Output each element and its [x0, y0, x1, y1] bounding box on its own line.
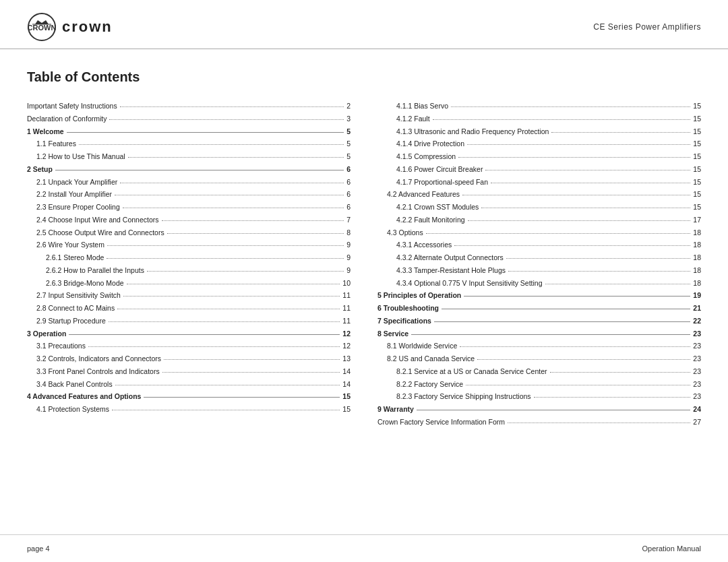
- toc-entry-page: 11: [342, 290, 351, 301]
- toc-entry-text: 2.6.3 Bridge-Mono Mode: [27, 278, 124, 289]
- toc-entry-text: 2.6 Wire Your System: [27, 240, 104, 251]
- toc-entry-page: 24: [693, 404, 701, 415]
- toc-entry-text: 3.3 Front Panel Controls and Indicators: [27, 367, 160, 377]
- toc-entry: Declaration of Conformity3: [27, 114, 351, 125]
- toc-entry-page: 12: [342, 329, 351, 340]
- toc-entry-page: 6: [346, 164, 351, 175]
- toc-entry: 4.1.4 Drive Protection15: [377, 139, 701, 150]
- toc-entry-dots: [481, 208, 690, 208]
- toc-entry-page: 8: [346, 228, 351, 239]
- toc-entry-dots: [55, 170, 344, 170]
- toc-entry-text: 8.2.1 Service at a US or Canada Service …: [377, 367, 547, 377]
- toc-entry: 2.7 Input Sensitivity Switch11: [27, 290, 351, 301]
- toc-entry-text: 4.2 Advanced Features: [377, 189, 460, 200]
- toc-entry-dots: [442, 309, 690, 309]
- toc-title: Table of Contents: [27, 69, 701, 85]
- toc-entry-dots: [550, 372, 691, 373]
- toc-entry-page: 3: [346, 114, 351, 125]
- toc-entry: 2.6.2 How to Parallel the Inputs9: [27, 266, 351, 276]
- toc-entry-page: 2: [346, 101, 351, 112]
- toc-entry-page: 19: [693, 290, 701, 301]
- toc-entry-page: 5: [346, 139, 351, 150]
- toc-entry-dots: [508, 271, 690, 272]
- toc-entry-page: 10: [342, 278, 351, 289]
- toc-entry-page: 18: [693, 228, 701, 239]
- toc-entry-page: 11: [342, 303, 351, 314]
- toc-entry-page: 27: [693, 417, 701, 428]
- toc-entry-dots: [477, 359, 690, 360]
- toc-entry-dots: [109, 119, 344, 120]
- toc-entry: 5 Principles of Operation19: [377, 290, 701, 301]
- toc-entry-page: 15: [342, 404, 351, 415]
- toc-entry-text: 4.1 Protection Systems: [27, 404, 109, 415]
- main-content: Table of Contents Important Safety Instr…: [0, 49, 728, 457]
- toc-entry-dots: [433, 119, 691, 120]
- toc-entry-text: 4.1.4 Drive Protection: [377, 139, 464, 150]
- toc-entry-page: 18: [693, 278, 701, 289]
- toc-entry-text: 8.2 US and Canada Service: [377, 354, 475, 365]
- toc-entry-page: 15: [693, 127, 701, 137]
- toc-entry-dots: [147, 271, 344, 272]
- toc-entry: 3.1 Precautions12: [27, 341, 351, 352]
- toc-entry-text: 8 Service: [377, 329, 408, 340]
- toc-entry: 4.1.3 Ultrasonic and Radio Frequency Pro…: [377, 127, 701, 137]
- toc-entry-text: 2.7 Input Sensitivity Switch: [27, 290, 121, 301]
- footer: page 4 Operation Manual: [0, 534, 728, 562]
- toc-entry-text: 4.3.2 Alternate Output Connectors: [377, 253, 504, 263]
- brand-name: crown: [62, 18, 113, 36]
- toc-columns: Important Safety Instructions2Declaratio…: [27, 101, 701, 430]
- toc-entry-page: 9: [346, 266, 351, 276]
- toc-entry-text: 4.1.7 Proportional-speed Fan: [377, 177, 488, 188]
- toc-entry-text: 2.8 Connect to AC Mains: [27, 303, 115, 314]
- toc-entry-dots: [460, 346, 690, 347]
- toc-entry-text: 4.2.2 Fault Monitoring: [377, 215, 465, 226]
- toc-entry-page: 15: [693, 177, 701, 188]
- toc-entry-dots: [115, 195, 344, 195]
- toc-entry-page: 6: [346, 202, 351, 213]
- toc-entry-page: 18: [693, 240, 701, 251]
- toc-entry-text: Important Safety Instructions: [27, 101, 117, 112]
- toc-entry-text: 2.9 Startup Procedure: [27, 316, 106, 327]
- toc-entry: 4.2.1 Crown SST Modules15: [377, 202, 701, 213]
- toc-entry-page: 12: [342, 341, 351, 352]
- toc-entry: 4 Advanced Features and Options15: [27, 392, 351, 402]
- toc-entry: Important Safety Instructions2: [27, 101, 351, 112]
- toc-entry-page: 9: [346, 253, 351, 263]
- toc-entry-page: 15: [693, 101, 701, 112]
- toc-entry-dots: [144, 397, 340, 398]
- toc-entry-text: 9 Warranty: [377, 404, 414, 415]
- toc-entry-page: 13: [342, 354, 351, 365]
- toc-entry: 3.2 Controls, Indicators and Connectors1…: [27, 354, 351, 365]
- toc-entry-text: 4.1.1 Bias Servo: [377, 101, 448, 112]
- toc-entry-text: 4 Advanced Features and Options: [27, 392, 141, 402]
- toc-entry: 4.3.4 Optional 0.775 V Input Sensitivity…: [377, 278, 701, 289]
- toc-entry-text: 2.4 Choose Input Wire and Connectors: [27, 215, 159, 226]
- toc-entry: 2.5 Choose Output Wire and Connectors8: [27, 228, 351, 239]
- toc-entry: 4.1.2 Fault15: [377, 114, 701, 125]
- toc-entry-page: 14: [342, 367, 351, 377]
- toc-entry-dots: [88, 346, 340, 347]
- toc-entry-text: 3 Operation: [27, 329, 66, 340]
- toc-entry-page: 21: [693, 303, 701, 314]
- toc-entry-dots: [115, 385, 340, 385]
- toc-entry-page: 15: [693, 202, 701, 213]
- toc-entry: 2.3 Ensure Proper Cooling6: [27, 202, 351, 213]
- toc-entry-text: 3.4 Back Panel Controls: [27, 379, 113, 390]
- toc-entry: 9 Warranty24: [377, 404, 701, 415]
- toc-entry: 8.2.1 Service at a US or Canada Service …: [377, 367, 701, 377]
- toc-entry-dots: [451, 106, 690, 107]
- toc-entry: 4.3.3 Tamper-Resistant Hole Plugs18: [377, 266, 701, 276]
- toc-entry: 3 Operation12: [27, 329, 351, 340]
- footer-manual-title: Operation Manual: [642, 544, 701, 553]
- toc-entry-dots: [67, 132, 344, 133]
- toc-entry-dots: [426, 233, 691, 234]
- toc-entry-dots: [127, 284, 340, 284]
- toc-entry: 2.6.3 Bridge-Mono Mode10: [27, 278, 351, 289]
- toc-entry-page: 23: [693, 354, 701, 365]
- toc-entry: 4.3.2 Alternate Output Connectors18: [377, 253, 701, 263]
- toc-entry: 1.1 Features5: [27, 139, 351, 150]
- toc-entry-dots: [109, 321, 340, 322]
- toc-entry-page: 14: [342, 379, 351, 390]
- toc-entry-dots: [462, 195, 690, 195]
- toc-entry-dots: [458, 157, 690, 158]
